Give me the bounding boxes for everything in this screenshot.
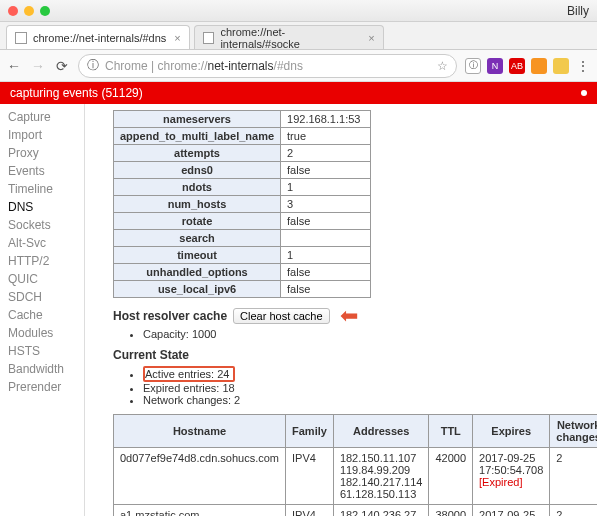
current-state-heading: Current State [113,348,583,362]
capture-banner: capturing events (51129) [0,82,597,104]
address-bar[interactable]: ⓘ Chrome | chrome:// net-internals /#dns… [78,54,457,78]
sidebar-item-sdch[interactable]: SDCH [0,288,84,306]
table-row: 0d077ef9e74d8.cdn.sohucs.comIPV4182.150.… [114,448,598,505]
network-changes-line: Network changes: 2 [143,394,583,406]
config-row: nameservers192.168.1.1:53 [114,111,371,128]
config-key: num_hosts [114,196,281,213]
config-row: edns0false [114,162,371,179]
config-value: false [281,213,371,230]
sidebar: CaptureImportProxyEventsTimelineDNSSocke… [0,104,85,516]
clear-host-cache-button[interactable]: Clear host cache [233,308,330,324]
sidebar-item-bandwidth[interactable]: Bandwidth [0,360,84,378]
config-key: append_to_multi_label_name [114,128,281,145]
extension-icons: ⓘ N AB ⋮ [465,58,591,74]
config-row: rotatefalse [114,213,371,230]
browser-tab-1[interactable]: chrome://net-internals/#dns × [6,25,190,49]
dns-config-table: nameservers192.168.1.1:53append_to_multi… [113,110,371,298]
config-row: ndots1 [114,179,371,196]
sidebar-item-timeline[interactable]: Timeline [0,180,84,198]
config-value: 192.168.1.1:53 [281,111,371,128]
adblock-extension-icon[interactable]: AB [509,58,525,74]
bookmark-star-icon[interactable]: ☆ [437,59,448,73]
sidebar-item-hsts[interactable]: HSTS [0,342,84,360]
ttl-cell: 42000 [429,448,473,505]
close-window-icon[interactable] [8,6,18,16]
capacity-line: Capacity: 1000 [143,328,583,340]
security-icon: ⓘ [87,57,99,74]
table-row: a1.mzstatic.comIPV4182.140.236.27 182.14… [114,505,598,517]
window-titlebar: Billy [0,0,597,22]
config-row: attempts2 [114,145,371,162]
minimize-window-icon[interactable] [24,6,34,16]
extension-icon[interactable] [553,58,569,74]
sidebar-item-cache[interactable]: Cache [0,306,84,324]
browser-toolbar: ← → ⟳ ⓘ Chrome | chrome:// net-internals… [0,50,597,82]
hosts-header: Expires [473,415,550,448]
sidebar-item-modules[interactable]: Modules [0,324,84,342]
config-key: rotate [114,213,281,230]
addresses-cell: 182.150.11.107 119.84.99.209 182.140.217… [333,448,429,505]
sidebar-item-events[interactable]: Events [0,162,84,180]
config-row: num_hosts3 [114,196,371,213]
config-row: append_to_multi_label_nametrue [114,128,371,145]
back-button[interactable]: ← [6,58,22,74]
config-value: false [281,162,371,179]
close-tab-icon[interactable]: × [368,32,374,44]
maximize-window-icon[interactable] [40,6,50,16]
config-row: search [114,230,371,247]
tab-title: chrome://net-internals/#dns [33,32,166,44]
close-tab-icon[interactable]: × [174,32,180,44]
sidebar-item-prerender[interactable]: Prerender [0,378,84,396]
expires-cell: 2017-09-25 17:50:54.708 [Expired] [473,448,550,505]
url-part: chrome:// [157,59,207,73]
config-row: use_local_ipv6false [114,281,371,298]
config-value: 1 [281,247,371,264]
config-value: 1 [281,179,371,196]
sidebar-item-quic[interactable]: QUIC [0,270,84,288]
tab-strip: chrome://net-internals/#dns × chrome://n… [0,22,597,50]
hostname-cell: 0d077ef9e74d8.cdn.sohucs.com [114,448,286,505]
config-key: ndots [114,179,281,196]
host-resolver-cache-row: Host resolver cache Clear host cache ⬅ [113,308,583,324]
config-key: edns0 [114,162,281,179]
sidebar-item-sockets[interactable]: Sockets [0,216,84,234]
config-value: 3 [281,196,371,213]
config-key: search [114,230,281,247]
onenote-extension-icon[interactable]: N [487,58,503,74]
sidebar-item-dns[interactable]: DNS [0,198,84,216]
hosts-header: Hostname [114,415,286,448]
browser-tab-2[interactable]: chrome://net-internals/#socke × [194,25,384,49]
config-key: attempts [114,145,281,162]
hosts-header: Addresses [333,415,429,448]
sidebar-item-capture[interactable]: Capture [0,108,84,126]
config-key: unhandled_options [114,264,281,281]
config-value [281,230,371,247]
family-cell: IPV4 [286,448,334,505]
traffic-lights [8,6,50,16]
active-entries-line: Active entries: 24 [143,366,583,382]
tab-title: chrome://net-internals/#socke [220,26,360,50]
expires-cell: 2017-09-25 17:51:23.872 [473,505,550,517]
ttl-cell: 38000 [429,505,473,517]
annotation-arrow-icon: ⬅ [340,310,358,322]
extension-icon[interactable] [531,58,547,74]
config-key: use_local_ipv6 [114,281,281,298]
favicon-icon [203,32,215,44]
sidebar-item-import[interactable]: Import [0,126,84,144]
expired-entries-line: Expired entries: 18 [143,382,583,394]
chrome-menu-icon[interactable]: ⋮ [575,58,591,74]
info-extension-icon[interactable]: ⓘ [465,58,481,74]
capture-banner-text: capturing events (51129) [10,86,143,100]
hostname-cell: a1.mzstatic.com [114,505,286,517]
url-scheme-label: Chrome [105,59,148,73]
sidebar-item-http-2[interactable]: HTTP/2 [0,252,84,270]
content-area: CaptureImportProxyEventsTimelineDNSSocke… [0,104,597,516]
sidebar-item-alt-svc[interactable]: Alt-Svc [0,234,84,252]
active-entries-text: Active entries: 24 [145,368,229,380]
sidebar-item-proxy[interactable]: Proxy [0,144,84,162]
forward-button[interactable]: → [30,58,46,74]
reload-button[interactable]: ⟳ [54,58,70,74]
main-panel: nameservers192.168.1.1:53append_to_multi… [85,104,597,516]
hosts-header: Network changes [550,415,597,448]
profile-username[interactable]: Billy [567,4,589,18]
